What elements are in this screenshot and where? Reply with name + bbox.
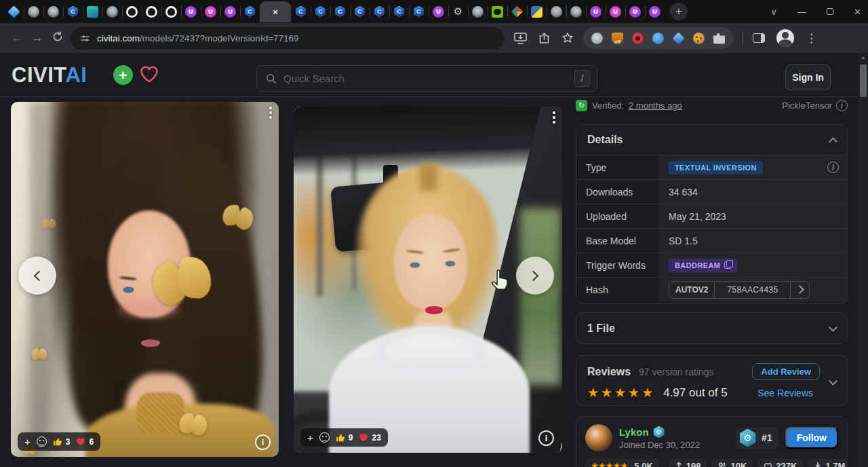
tab[interactable] [311, 0, 330, 23]
tab[interactable] [429, 0, 448, 23]
verified-label: Verified: [592, 100, 624, 111]
heart-reaction[interactable]: 6 [76, 437, 94, 447]
type-info-icon[interactable]: i [827, 162, 839, 173]
trigger-word-badge[interactable]: BADDREAM [669, 259, 737, 272]
expand-chevron-icon[interactable] [829, 377, 837, 386]
support-heart-icon[interactable] [139, 64, 159, 86]
image-info-button[interactable]: i [538, 430, 554, 446]
new-tab-button[interactable]: + [670, 3, 688, 20]
reload-button[interactable] [47, 31, 68, 45]
create-button[interactable]: + [113, 65, 133, 85]
tab[interactable] [547, 0, 566, 23]
files-section[interactable]: 1 File [576, 312, 848, 344]
bookmark-star-icon[interactable] [561, 32, 574, 44]
civitai-logo[interactable]: CIVITAI [12, 63, 87, 88]
tab[interactable] [102, 0, 122, 23]
like-reaction[interactable]: 9 [336, 433, 353, 443]
tab[interactable] [409, 0, 429, 23]
tab[interactable] [625, 0, 645, 23]
tab-search-chevron-icon[interactable]: ∨ [771, 7, 778, 17]
tab[interactable] [63, 0, 83, 23]
tab[interactable] [181, 0, 201, 23]
site-info-icon[interactable] [80, 33, 90, 43]
like-reaction[interactable]: 3 [53, 437, 71, 447]
extension-blue-icon[interactable] [652, 33, 664, 44]
address-bar[interactable]: civitai.com/models/72437?modelVersionId=… [71, 27, 505, 50]
verified-time-link[interactable]: 2 months ago [629, 100, 682, 111]
tab[interactable] [468, 0, 488, 23]
sign-in-button[interactable]: Sign In [785, 64, 831, 90]
hash-expand-button[interactable] [791, 282, 809, 298]
save-page-icon[interactable] [514, 33, 527, 44]
extension-red-icon[interactable] [632, 33, 644, 44]
carousel-prev-button[interactable] [18, 257, 56, 295]
tab[interactable] [4, 0, 24, 23]
creator-name-link[interactable]: Lykon [619, 426, 649, 438]
tab-active[interactable]: × [260, 1, 291, 22]
tab[interactable] [448, 0, 468, 23]
forward-button[interactable]: → [27, 31, 47, 45]
tab-close-icon[interactable]: × [273, 7, 278, 16]
tab[interactable] [507, 0, 527, 23]
follow-button[interactable]: Follow [785, 427, 838, 449]
tab[interactable] [566, 0, 586, 23]
hash-value[interactable]: 758AAC4435 [715, 282, 791, 298]
add-reaction-button[interactable]: + [24, 436, 31, 447]
back-button[interactable]: ← [7, 31, 27, 45]
tab[interactable] [488, 0, 507, 23]
table-row: Base Model SD 1.5 [576, 229, 847, 253]
tab[interactable] [220, 0, 240, 23]
carousel-next-button[interactable] [516, 257, 554, 295]
extensions-puzzle-icon[interactable] [713, 33, 725, 44]
page-scrollbar[interactable]: ▲ [859, 53, 868, 467]
tab[interactable] [43, 0, 63, 23]
tab[interactable] [24, 0, 43, 23]
share-icon[interactable] [538, 33, 550, 44]
scrollbar-up-arrow[interactable]: ▲ [859, 53, 868, 62]
extension-globe-icon[interactable] [591, 33, 603, 44]
tab[interactable] [606, 0, 625, 23]
tab[interactable] [330, 0, 350, 23]
details-header[interactable]: Details [576, 125, 847, 155]
search-input[interactable]: Quick Search / [256, 65, 597, 92]
tab[interactable] [370, 0, 389, 23]
hash-widget[interactable]: AUTOV2 758AAC4435 [669, 281, 810, 299]
type-badge[interactable]: TEXTUAL INVERSION [669, 161, 763, 174]
restore-button[interactable] [827, 8, 833, 15]
tab[interactable] [201, 0, 220, 23]
tab[interactable] [83, 0, 102, 23]
close-window-button[interactable]: ✕ [854, 7, 861, 17]
add-reaction-button[interactable]: + [307, 432, 313, 443]
format-info-icon[interactable]: i [836, 100, 848, 111]
tab[interactable] [240, 0, 260, 23]
add-review-button[interactable]: Add Review [752, 363, 820, 380]
tab[interactable] [122, 0, 142, 23]
extension-diamond-icon[interactable] [672, 32, 684, 44]
tab[interactable] [142, 0, 161, 23]
tab[interactable] [350, 0, 370, 23]
tab[interactable] [389, 0, 409, 23]
image-options-menu[interactable] [553, 111, 555, 124]
tab[interactable] [645, 0, 665, 23]
image-options-menu[interactable] [269, 107, 272, 119]
extension-cookie-icon[interactable] [693, 33, 705, 44]
minimize-button[interactable]: — [797, 7, 806, 17]
table-row: Trigger Words BADDREAM [576, 253, 847, 278]
side-panel-icon[interactable] [753, 33, 765, 43]
tab[interactable] [291, 0, 311, 23]
copy-icon[interactable] [724, 261, 731, 269]
smiley-icon[interactable] [37, 436, 47, 447]
scrollbar-thumb[interactable] [860, 64, 867, 97]
profile-avatar[interactable] [776, 29, 794, 47]
tab[interactable] [161, 0, 181, 23]
image-info-button[interactable]: i [255, 434, 271, 450]
creator-rank-badge[interactable]: ⚙ #1 [736, 427, 778, 449]
tab[interactable] [586, 0, 606, 23]
smiley-icon[interactable] [319, 432, 330, 443]
browser-menu-icon[interactable]: ⋮ [806, 31, 817, 45]
tab[interactable] [527, 0, 547, 23]
see-reviews-link[interactable]: See Reviews [757, 388, 813, 398]
extension-ublock-off-icon[interactable] [612, 33, 623, 44]
creator-avatar[interactable] [585, 424, 612, 451]
heart-reaction[interactable]: 23 [359, 433, 380, 443]
